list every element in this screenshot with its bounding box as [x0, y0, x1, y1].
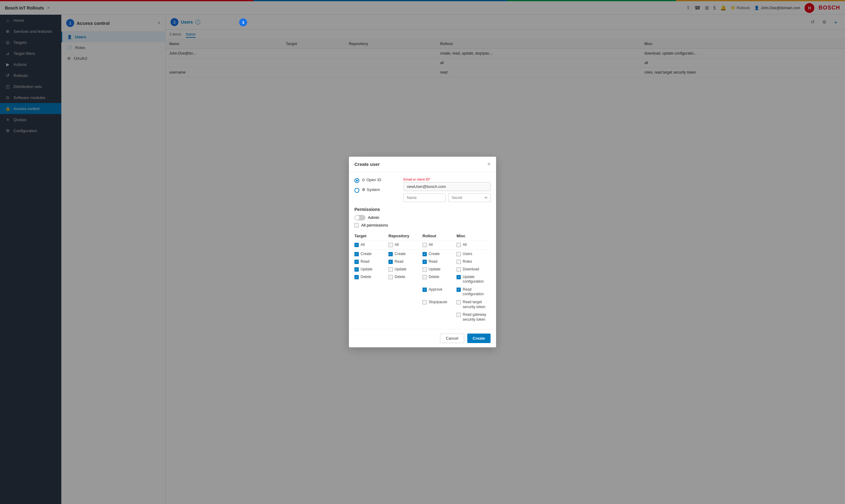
- name-input[interactable]: [403, 194, 446, 202]
- misc-all-item: All: [456, 241, 490, 249]
- dialog-close-button[interactable]: ×: [487, 161, 490, 167]
- rollout-read-checkbox[interactable]: ✓: [422, 260, 427, 264]
- target-create-item: ✓ Create: [355, 250, 389, 258]
- target-create-checkbox[interactable]: ✓: [355, 252, 359, 256]
- modal-overlay[interactable]: Create user × ⊙ Open ID: [0, 0, 845, 504]
- email-input[interactable]: [403, 182, 490, 191]
- toggle-knob: [355, 216, 359, 220]
- rollout-create-checkbox[interactable]: ✓: [422, 252, 427, 256]
- misc-read-gateway-token-item: Read gateway security token: [456, 311, 490, 323]
- target-delete-checkbox[interactable]: ✓: [355, 275, 359, 279]
- email-field-group: Email or client ID*: [403, 178, 490, 191]
- target-update-label: Update: [361, 267, 373, 271]
- openid-radio[interactable]: [355, 178, 359, 183]
- perm-header-misc: Misc: [456, 232, 490, 241]
- all-permissions-row: All permissions: [355, 223, 490, 228]
- repo-empty2: [389, 298, 422, 311]
- perms-separator: [355, 249, 490, 250]
- repo-empty1: [389, 286, 422, 298]
- target-read-checkbox[interactable]: ✓: [355, 260, 359, 264]
- misc-roles-label: Roles: [463, 259, 472, 264]
- repo-update-item: Update: [389, 266, 422, 273]
- repo-delete-checkbox[interactable]: [389, 275, 393, 279]
- misc-update-config-checkbox[interactable]: ✓: [456, 275, 461, 279]
- eye-icon[interactable]: 👁: [484, 195, 488, 200]
- rollout-update-checkbox[interactable]: [422, 267, 427, 272]
- misc-update-config-item: ✓ Update configuration: [456, 273, 490, 286]
- admin-row: Admin: [355, 215, 490, 220]
- create-user-dialog: Create user × ⊙ Open ID: [349, 157, 496, 348]
- repo-all-checkbox[interactable]: [389, 243, 393, 247]
- rollout-empty1: [422, 311, 456, 323]
- repo-all-item: All: [389, 241, 422, 249]
- misc-download-checkbox[interactable]: [456, 267, 461, 272]
- rollout-delete-item: Delete: [422, 273, 456, 286]
- target-empty1: [355, 286, 389, 298]
- misc-read-target-token-label: Read target security token: [463, 300, 490, 309]
- misc-users-label: Users: [463, 252, 472, 256]
- system-icon: ⚙: [362, 187, 365, 192]
- target-update-item: ✓ Update: [355, 266, 389, 273]
- target-all-item: ✓ All: [355, 241, 389, 249]
- rollout-delete-checkbox[interactable]: [422, 275, 427, 279]
- misc-all-checkbox[interactable]: [456, 243, 461, 247]
- misc-read-gateway-token-checkbox[interactable]: [456, 313, 461, 317]
- permissions-grid: Target Repository Rollout Misc ✓ All All: [355, 232, 490, 324]
- misc-update-config-label: Update configuration: [463, 275, 490, 284]
- rollout-stoppause-checkbox[interactable]: [422, 300, 427, 304]
- misc-users-checkbox[interactable]: [456, 252, 461, 256]
- openid-option[interactable]: ⊙ Open ID: [355, 178, 403, 183]
- rollout-create-item: ✓ Create: [422, 250, 456, 258]
- permissions-section: Permissions Admin All permissions Target: [355, 207, 490, 324]
- perm-header-rollout: Rollout: [422, 232, 456, 241]
- misc-download-label: Download: [463, 267, 479, 271]
- target-read-item: ✓ Read: [355, 258, 389, 266]
- dialog-title: Create user: [355, 162, 380, 167]
- rollout-create-label: Create: [429, 252, 440, 256]
- repo-read-checkbox[interactable]: ✓: [389, 260, 393, 264]
- badge-3-container: 3: [239, 18, 247, 26]
- perm-header-repository: Repository: [389, 232, 422, 241]
- system-radio[interactable]: [355, 188, 359, 193]
- target-all-checkbox[interactable]: ✓: [355, 243, 359, 247]
- all-permissions-checkbox[interactable]: [355, 223, 359, 228]
- misc-read-target-token-checkbox[interactable]: [456, 300, 461, 304]
- misc-read-config-checkbox[interactable]: ✓: [456, 288, 461, 292]
- repo-create-checkbox[interactable]: ✓: [389, 252, 393, 256]
- name-field-wrap: [403, 194, 446, 202]
- repo-delete-label: Delete: [395, 275, 405, 279]
- cancel-button[interactable]: Cancel: [440, 334, 464, 343]
- system-label: ⚙ System: [362, 187, 380, 192]
- repo-update-checkbox[interactable]: [389, 267, 393, 272]
- dialog-footer: Cancel Create: [349, 329, 496, 347]
- misc-roles-checkbox[interactable]: [456, 260, 461, 264]
- rollout-update-label: Update: [429, 267, 441, 271]
- auth-row: ⊙ Open ID ⚙ System: [355, 178, 490, 202]
- openid-label-group: ⊙ Open ID: [362, 178, 381, 182]
- openid-icon: ⊙: [362, 178, 365, 182]
- rollout-read-item: ✓ Read: [422, 258, 456, 266]
- repo-empty3: [389, 311, 422, 323]
- system-option[interactable]: ⚙ System: [355, 187, 403, 193]
- misc-roles-item: Roles: [456, 258, 490, 266]
- repo-read-label: Read: [395, 259, 403, 264]
- rollout-read-label: Read: [429, 259, 437, 264]
- rollout-delete-label: Delete: [429, 275, 439, 279]
- all-permissions-label: All permissions: [361, 223, 388, 228]
- rollout-stoppause-label: Stop/pause: [429, 300, 447, 304]
- admin-toggle[interactable]: [355, 215, 365, 220]
- dialog-header: Create user ×: [349, 157, 496, 172]
- repo-create-label: Create: [395, 252, 406, 256]
- target-all-label: All: [361, 242, 364, 247]
- target-empty3: [355, 311, 389, 323]
- repo-update-label: Update: [395, 267, 407, 271]
- system-label-group: ⚙ System: [362, 187, 380, 192]
- create-button[interactable]: Create: [467, 334, 490, 343]
- rollout-approve-checkbox[interactable]: ✓: [422, 288, 427, 292]
- rollout-all-checkbox[interactable]: [422, 243, 427, 247]
- badge-3: 3: [239, 18, 247, 26]
- rollout-approve-item: ✓ Approve: [422, 286, 456, 298]
- target-update-checkbox[interactable]: ✓: [355, 267, 359, 272]
- target-create-label: Create: [361, 252, 372, 256]
- target-read-label: Read: [361, 259, 370, 264]
